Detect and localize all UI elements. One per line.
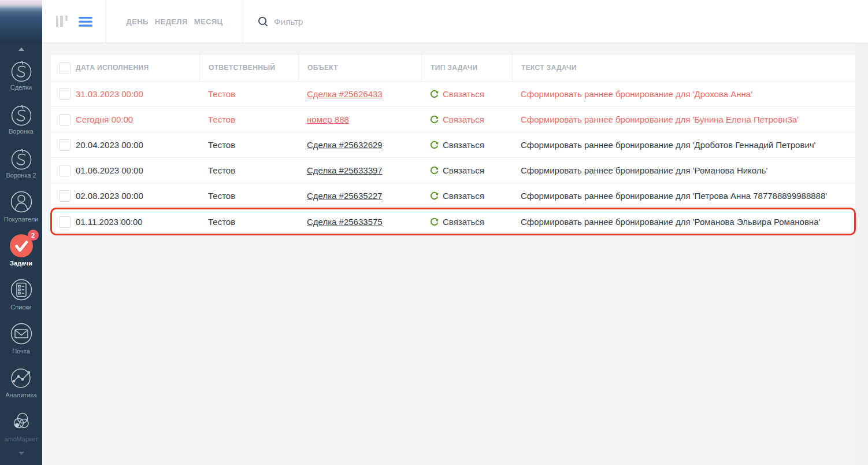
task-row[interactable]: 31.03.2023 00:00 Тестов Сделка #25626433… bbox=[51, 81, 855, 106]
sidebar-item-label: Аналитика bbox=[5, 392, 36, 398]
task-type-label: Связаться bbox=[443, 140, 484, 150]
sidebar-item-market[interactable]: amoМаркет bbox=[0, 407, 42, 451]
row-checkbox[interactable] bbox=[59, 216, 71, 228]
task-responsible: Тестов bbox=[199, 217, 298, 227]
tab-month[interactable]: МЕСЯЦ bbox=[194, 17, 223, 26]
sidebar-item-analytics[interactable]: Аналитика bbox=[0, 363, 42, 407]
board-view-icon[interactable] bbox=[55, 16, 68, 27]
row-checkbox[interactable] bbox=[59, 139, 71, 151]
callback-arrow-icon bbox=[430, 141, 439, 149]
task-object-link[interactable]: Сделка #25632629 bbox=[307, 140, 383, 150]
callback-arrow-icon bbox=[430, 217, 439, 226]
filter-input[interactable] bbox=[274, 17, 482, 27]
column-header-type[interactable]: ТИП ЗАДАЧИ bbox=[421, 54, 512, 81]
task-object-cell: Сделка #25633397 bbox=[298, 165, 421, 175]
task-responsible: Тестов bbox=[199, 89, 298, 99]
task-object-link[interactable]: Сделка #25626433 bbox=[307, 89, 383, 99]
sidebar-item-tasks[interactable]: 2Задачи bbox=[0, 231, 42, 275]
sidebar-item-funnel[interactable]: Воронка bbox=[0, 99, 42, 143]
sidebar-item-deals[interactable]: Сделки bbox=[0, 55, 42, 99]
task-object-cell: номер 888 bbox=[298, 115, 421, 124]
sidebar-nav: СделкиВоронкаВоронка 2Покупатели2ЗадачиС… bbox=[0, 55, 42, 451]
task-object-cell: Сделка #25626433 bbox=[298, 89, 421, 99]
sidebar-scroll-up[interactable] bbox=[0, 43, 42, 55]
row-checkbox-cell bbox=[51, 216, 76, 228]
task-due-date: 31.03.2023 00:00 bbox=[76, 89, 199, 99]
sidebar-item-label: Почта bbox=[12, 348, 30, 355]
row-checkbox[interactable] bbox=[59, 88, 71, 100]
table-body: 31.03.2023 00:00 Тестов Сделка #25626433… bbox=[51, 81, 855, 235]
task-text: Сформировать раннее бронирование для 'Бу… bbox=[512, 115, 855, 124]
row-checkbox[interactable] bbox=[59, 114, 71, 126]
sidebar-item-label: Задачи bbox=[10, 260, 32, 267]
row-checkbox[interactable] bbox=[59, 165, 71, 176]
task-row[interactable]: 01.11.2023 00:00 Тестов Сделка #25633575… bbox=[51, 208, 855, 235]
tab-day[interactable]: ДЕНЬ bbox=[127, 17, 149, 26]
task-type-cell: Связаться bbox=[421, 140, 512, 150]
task-due-date: Сегодня 00:00 bbox=[76, 115, 199, 124]
search-icon bbox=[258, 16, 269, 27]
task-type-cell: Связаться bbox=[421, 165, 512, 175]
market-icon bbox=[8, 408, 35, 435]
account-logo[interactable] bbox=[0, 0, 42, 43]
task-responsible: Тестов bbox=[199, 165, 298, 175]
task-object-link[interactable]: Сделка #25633397 bbox=[307, 165, 383, 175]
sidebar-item-label: Воронка bbox=[9, 128, 34, 135]
sidebar-item-buyers[interactable]: Покупатели bbox=[0, 187, 42, 231]
task-object-cell: Сделка #25635227 bbox=[298, 191, 421, 201]
scrollbar-track[interactable] bbox=[856, 43, 868, 465]
sidebar-item-label: Покупатели bbox=[4, 216, 39, 223]
task-text: Сформировать раннее бронирование для 'Ро… bbox=[512, 165, 855, 175]
menu-icon[interactable] bbox=[79, 17, 92, 27]
sidebar-item-mail[interactable]: Почта bbox=[0, 319, 42, 363]
tasks-badge: 2 bbox=[28, 230, 39, 241]
task-due-date: 20.04.2023 00:00 bbox=[76, 140, 199, 150]
task-object-link[interactable]: Сделка #25633575 bbox=[307, 217, 383, 227]
task-text: Сформировать раннее бронирование для 'Ро… bbox=[512, 217, 855, 227]
sidebar-item-label: Воронка 2 bbox=[6, 172, 36, 179]
sidebar-item-label: amoМаркет bbox=[4, 436, 38, 442]
task-type-label: Связаться bbox=[443, 165, 484, 175]
table-header: ДАТА ИСПОЛНЕНИЯ ОТВЕТСТВЕННЫЙ ОБЪЕКТ ТИП… bbox=[51, 54, 855, 81]
task-row[interactable]: 20.04.2023 00:00 Тестов Сделка #25632629… bbox=[51, 132, 855, 157]
callback-arrow-icon bbox=[430, 115, 439, 124]
task-object-link[interactable]: номер 888 bbox=[307, 115, 349, 124]
app-window: СделкиВоронкаВоронка 2Покупатели2ЗадачиС… bbox=[0, 0, 868, 465]
task-row[interactable]: 02.08.2023 00:00 Тестов Сделка #25635227… bbox=[51, 183, 855, 208]
mail-icon bbox=[8, 320, 35, 347]
task-responsible: Тестов bbox=[199, 191, 298, 201]
task-responsible: Тестов bbox=[199, 140, 298, 150]
tasks-table: ДАТА ИСПОЛНЕНИЯ ОТВЕТСТВЕННЫЙ ОБЪЕКТ ТИП… bbox=[51, 54, 855, 235]
task-type-label: Связаться bbox=[443, 191, 484, 201]
task-text: Сформировать раннее бронирование для 'Др… bbox=[512, 89, 855, 99]
analytics-icon bbox=[8, 364, 35, 391]
chevron-down-icon bbox=[18, 452, 24, 455]
row-checkbox[interactable] bbox=[59, 190, 71, 202]
sidebar-item-funnel-2[interactable]: Воронка 2 bbox=[0, 143, 42, 187]
row-checkbox-cell bbox=[51, 190, 76, 202]
select-all-checkbox[interactable] bbox=[59, 62, 71, 73]
sidebar-item-lists[interactable]: Списки bbox=[0, 275, 42, 319]
column-header-object[interactable]: ОБЪЕКТ bbox=[298, 54, 421, 81]
task-object-cell: Сделка #25633575 bbox=[298, 217, 421, 227]
sidebar-item-label: Сделки bbox=[10, 84, 32, 91]
column-header-text[interactable]: ТЕКСТ ЗАДАЧИ bbox=[512, 54, 855, 81]
task-due-date: 02.08.2023 00:00 bbox=[76, 191, 199, 201]
lists-icon bbox=[8, 276, 35, 303]
task-object-cell: Сделка #25632629 bbox=[298, 140, 421, 150]
task-object-link[interactable]: Сделка #25635227 bbox=[307, 191, 383, 201]
task-row[interactable]: 01.06.2023 00:00 Тестов Сделка #25633397… bbox=[51, 157, 855, 183]
callback-arrow-icon bbox=[430, 191, 439, 200]
task-row[interactable]: Сегодня 00:00 Тестов номер 888 Связаться… bbox=[51, 106, 855, 132]
deal-dollar-icon bbox=[8, 101, 35, 127]
tab-week[interactable]: НЕДЕЛЯ bbox=[155, 17, 188, 26]
column-header-date[interactable]: ДАТА ИСПОЛНЕНИЯ bbox=[76, 54, 199, 81]
callback-arrow-icon bbox=[430, 90, 439, 98]
task-due-date: 01.11.2023 00:00 bbox=[76, 217, 199, 227]
column-header-responsible[interactable]: ОТВЕТСТВЕННЫЙ bbox=[199, 54, 298, 81]
task-type-cell: Связаться bbox=[421, 89, 512, 99]
task-type-cell: Связаться bbox=[421, 115, 512, 124]
header-checkbox-cell bbox=[51, 54, 76, 81]
task-type-label: Связаться bbox=[443, 89, 484, 99]
callback-arrow-icon bbox=[430, 166, 439, 175]
